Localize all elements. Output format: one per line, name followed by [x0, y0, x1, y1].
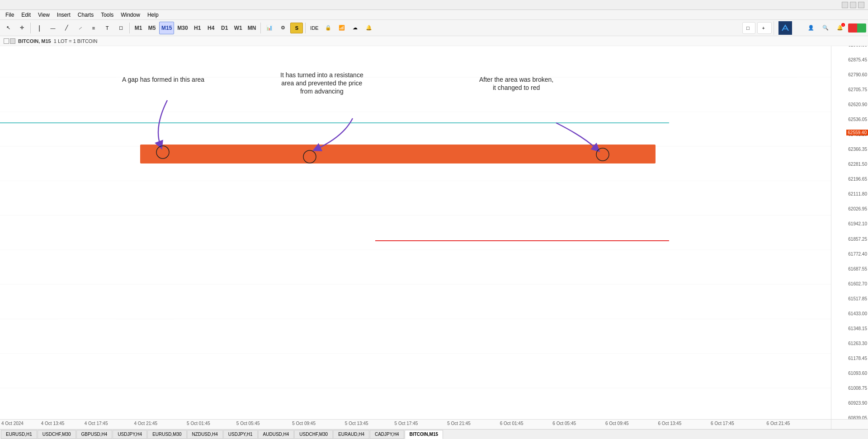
price-label-3: 62705.75 [848, 88, 868, 92]
trend-line-tool[interactable]: ╱ [60, 22, 73, 34]
price-label-20: 61263.30 [848, 341, 868, 346]
close-button[interactable] [858, 2, 864, 8]
sep3 [260, 23, 261, 33]
menubar: File Edit View Insert Charts Tools Windo… [0, 10, 868, 20]
tab-EURAUDH4[interactable]: EURAUD,H4 [333, 430, 369, 439]
tf-d1[interactable]: D1 [218, 22, 231, 34]
minimize-button[interactable] [842, 2, 848, 8]
tab-EURUSDH1[interactable]: EURUSD,H1 [1, 430, 37, 439]
menu-charts[interactable]: Charts [74, 10, 97, 19]
tab-CADJPYH4[interactable]: CADJPY,H4 [370, 430, 404, 439]
menu-edit[interactable]: Edit [18, 10, 34, 19]
price-label-22: 61093.60 [848, 371, 868, 376]
tab-GBPUSDH4[interactable]: GBPUSD,H4 [76, 430, 113, 439]
tf-h1[interactable]: H1 [191, 22, 204, 34]
tf-m15[interactable]: M15 [159, 22, 174, 34]
new-order-btn[interactable]: + [757, 22, 772, 34]
toolbar-right: □ + 👤 🔍 🔔1 [742, 21, 866, 35]
menu-insert[interactable]: Insert [53, 10, 74, 19]
cursor-tool[interactable]: ↖ [2, 22, 14, 34]
price-label-16: 61602.70 [848, 282, 868, 286]
price-label-0: 62960.30 [848, 46, 868, 47]
chart-wrapper: A gap has formed in this area It has tur… [0, 46, 868, 429]
tab-NZDUSDH4[interactable]: NZDUSD,H4 [187, 430, 223, 439]
tab-AUDUSDH4[interactable]: AUDUSD,H4 [258, 430, 294, 439]
tab-USDJPYH1[interactable]: USDJPY,H1 [223, 430, 258, 439]
chart-area[interactable]: A gap has formed in this area It has tur… [0, 46, 831, 419]
new-order-icon: + [762, 25, 765, 31]
time-label: 4 Oct 2024 [1, 421, 24, 426]
buy-sell-indicator [848, 23, 866, 33]
menu-view[interactable]: View [34, 10, 53, 19]
script-btn[interactable]: S [290, 23, 303, 33]
crosshair-tool[interactable]: ✛ [15, 22, 28, 34]
price-label-15: 61687.55 [848, 267, 868, 271]
tf-mn[interactable]: MN [245, 22, 259, 34]
current-price-label: 62559.40 [846, 130, 868, 135]
notify-btn[interactable]: 🔔 [363, 22, 375, 34]
time-label: 5 Oct 05:45 [236, 421, 260, 426]
tab-USDCHFM30[interactable]: USDCHF,M30 [294, 430, 333, 439]
profile-btn[interactable]: 👤 [805, 22, 817, 34]
chart-type-icon [4, 38, 15, 44]
chart-main: A gap has formed in this area It has tur… [0, 46, 868, 419]
time-label: 6 Oct 05:45 [552, 421, 576, 426]
time-label: 6 Oct 01:45 [500, 421, 524, 426]
time-label: 5 Oct 13:45 [345, 421, 368, 426]
tf-w1[interactable]: W1 [232, 22, 245, 34]
price-label-1: 62875.45 [848, 58, 868, 62]
price-label-5: 62536.05 [848, 117, 868, 122]
fib-tool[interactable]: ≡ [87, 22, 100, 34]
time-axis-corner [831, 420, 868, 429]
price-label-21: 61178.45 [848, 356, 868, 361]
time-label: 4 Oct 13:45 [41, 421, 65, 426]
tab-USDJPYH4[interactable]: USDJPY,H4 [113, 430, 147, 439]
tab-EURUSDM30[interactable]: EURUSD,M30 [147, 430, 186, 439]
tab-BITCOINM15[interactable]: BITCOIN,M15 [405, 430, 443, 439]
price-label-8: 62281.50 [848, 162, 868, 167]
maximize-button[interactable] [850, 2, 856, 8]
lock-btn[interactable]: 🔒 [322, 22, 335, 34]
titlebar [0, 0, 868, 10]
channel-tool[interactable]: ⟋ [74, 22, 86, 34]
time-label: 6 Oct 17:45 [711, 421, 734, 426]
price-label-4: 62620.90 [848, 103, 868, 107]
text-tool[interactable]: T [101, 22, 113, 34]
price-label-11: 62026.95 [848, 207, 868, 211]
time-label: 4 Oct 21:45 [134, 421, 157, 426]
horizontal-line-tool[interactable]: — [47, 22, 59, 34]
chart-lot-info: 1 LOT = 1 BITCOIN [54, 38, 98, 44]
time-label: 6 Oct 13:45 [658, 421, 682, 426]
menu-tools[interactable]: Tools [97, 10, 117, 19]
algo-trading-btn[interactable]: □ [742, 22, 755, 34]
tf-m30[interactable]: M30 [175, 22, 190, 34]
chart-settings-btn[interactable]: ⚙ [277, 22, 289, 34]
price-label-12: 61942.10 [848, 222, 868, 226]
tab-USDCHFM30[interactable]: USDCHF,M30 [38, 430, 76, 439]
chart-canvas [0, 46, 831, 419]
price-label-14: 61772.40 [848, 252, 868, 257]
chart-type-btn[interactable]: 📊 [263, 22, 276, 34]
price-label-9: 62196.65 [848, 177, 868, 182]
tf-h4[interactable]: H4 [205, 22, 217, 34]
price-label-19: 61348.15 [848, 327, 868, 331]
signal-btn[interactable]: 📶 [335, 22, 348, 34]
window-controls [842, 2, 864, 8]
time-axis-labels: 4 Oct 20244 Oct 13:454 Oct 17:454 Oct 21… [0, 420, 831, 430]
price-label-18: 61433.00 [848, 312, 868, 316]
bottom-tabs: EURUSD,H1USDCHF,M30GBPUSD,H4USDJPY,H4EUR… [0, 429, 868, 439]
price-label-23: 61008.75 [848, 386, 868, 391]
shapes-tool[interactable]: ◻ [114, 22, 127, 34]
cloud-btn[interactable]: ☁ [349, 22, 362, 34]
menu-window[interactable]: Window [117, 10, 144, 19]
tf-m5[interactable]: M5 [146, 22, 158, 34]
tf-m1[interactable]: M1 [132, 22, 145, 34]
sep2 [129, 23, 130, 33]
algo-icon: □ [746, 25, 750, 31]
vertical-line-tool[interactable]: | [33, 22, 46, 34]
menu-file[interactable]: File [2, 10, 18, 19]
brand-search-btn[interactable]: 🔍 [819, 22, 832, 34]
menu-help[interactable]: Help [144, 10, 162, 19]
notification-bell-btn[interactable]: 🔔1 [834, 22, 846, 34]
ide-btn[interactable]: IDE [308, 22, 321, 34]
